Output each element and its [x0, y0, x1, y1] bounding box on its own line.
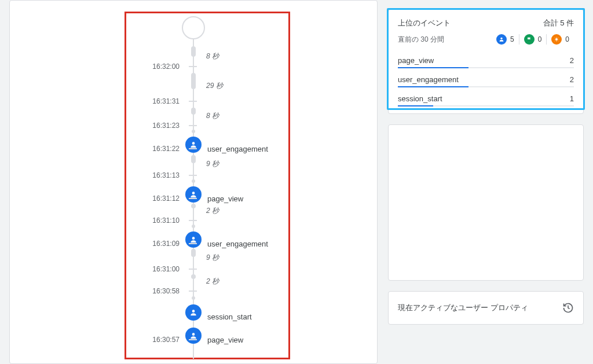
top-events-card: 上位のイベント 合計 5 件 直前の 30 分間 500 page_view2u… [388, 9, 584, 114]
event-type-badge[interactable]: 5 [496, 34, 519, 45]
event-count: 1 [570, 94, 574, 103]
event-name: page_view [398, 56, 434, 65]
timeline-dash [189, 269, 197, 270]
timeline-dash [189, 220, 197, 221]
timeline-gap-bar [191, 155, 196, 163]
event-count: 2 [570, 56, 574, 65]
timeline-dash [189, 148, 197, 149]
timeline-event-label: session_start [207, 312, 252, 321]
timeline-gap-label: 29 秒 [206, 81, 223, 91]
badge-value: 5 [510, 35, 514, 43]
timeline-event-icon[interactable] [185, 304, 202, 321]
timeline-dot [192, 225, 195, 228]
timeline-tick: 16:31:23 [137, 122, 287, 131]
event-timeline: 8 秒16:32:0029 秒16:31:318 秒16:31:23user_e… [137, 16, 287, 358]
timeline-tick: 16:31:22 [137, 145, 287, 154]
timeline-time: 16:30:58 [137, 287, 180, 295]
timeline-gap-bar [191, 274, 196, 279]
event-type-badge[interactable]: 0 [546, 34, 574, 45]
badge-value: 0 [565, 35, 569, 43]
timeline-time: 16:31:31 [137, 97, 180, 105]
timeline-gap-label: 8 秒 [206, 111, 219, 121]
event-type-badges: 500 [496, 34, 574, 45]
top-events-title: 上位のイベント [398, 18, 451, 28]
timeline-start-circle [182, 16, 205, 39]
timeline-tick: 16:30:57 [137, 336, 287, 345]
timeline-time: 16:30:57 [137, 336, 180, 344]
timeline-tick: 16:30:58 [137, 287, 287, 296]
top-events-subtitle: 直前の 30 分間 [398, 35, 444, 45]
event-bar [398, 67, 574, 68]
timeline-time: 16:31:13 [137, 171, 180, 179]
timeline-dash [189, 101, 197, 102]
timeline-tick: 16:31:12 [137, 194, 287, 204]
timeline-gap-bar [191, 46, 196, 57]
event-bar [398, 105, 574, 106]
timeline-time: 16:31:00 [137, 265, 180, 273]
event-row[interactable]: page_view2 [398, 52, 574, 68]
timeline-time: 16:32:00 [137, 62, 180, 71]
event-type-badge[interactable]: 0 [519, 34, 547, 45]
timeline-dash [189, 175, 197, 176]
svg-point-6 [555, 38, 558, 41]
event-bar [398, 86, 574, 87]
user-properties-card: 現在アクティブなユーザー プロパティ [388, 291, 584, 325]
timeline-tick: 16:32:00 [137, 62, 287, 72]
empty-card [388, 124, 584, 281]
event-name: user_engagement [398, 75, 459, 84]
event-row[interactable]: user_engagement2 [398, 71, 574, 87]
timeline-gap-bar [191, 249, 196, 257]
timeline-dash [189, 243, 197, 244]
timeline-time: 16:31:22 [137, 145, 180, 153]
timeline-tick: 16:31:13 [137, 171, 287, 181]
flag-icon [524, 34, 535, 45]
user-icon [496, 34, 507, 45]
timeline-time: 16:31:09 [137, 240, 180, 248]
timeline-gap-bar [191, 204, 196, 208]
timeline-gap-label: 2 秒 [206, 206, 219, 216]
timeline-time: 16:31:12 [137, 194, 180, 203]
timeline-dot [192, 130, 195, 133]
badge-value: 0 [538, 35, 542, 43]
timeline-dash [189, 339, 197, 340]
timeline-tick: 16:31:09 [137, 240, 287, 249]
user-properties-title: 現在アクティブなユーザー プロパティ [398, 303, 528, 313]
timeline-time: 16:31:23 [137, 122, 180, 130]
event-row[interactable]: session_start1 [398, 90, 574, 106]
timeline-dash [189, 198, 197, 199]
timeline-tick: 16:31:00 [137, 265, 287, 274]
timeline-dash [189, 125, 197, 126]
timeline-dot [192, 179, 195, 183]
event-count: 2 [570, 75, 574, 84]
timeline-tick: 16:31:10 [137, 216, 287, 226]
top-events-list: page_view2user_engagement2session_start1 [398, 52, 574, 106]
timeline-gap-label: 8 秒 [206, 52, 219, 61]
timeline-dash [189, 66, 197, 67]
svg-point-3 [192, 310, 195, 312]
event-name: session_start [398, 94, 442, 103]
history-icon[interactable] [562, 302, 574, 314]
timeline-gap-label: 9 秒 [206, 159, 219, 169]
timeline-gap-bar [191, 108, 196, 115]
timeline-gap-label: 2 秒 [206, 277, 219, 286]
bug-icon [551, 34, 562, 45]
timeline-time: 16:31:10 [137, 216, 180, 225]
timeline-gap-label: 9 秒 [206, 253, 219, 263]
timeline-gap-bar [191, 73, 196, 89]
timeline-tick: 16:31:31 [137, 97, 287, 106]
svg-point-5 [500, 38, 502, 39]
timeline-dash [189, 291, 197, 292]
timeline-dot [192, 296, 195, 300]
top-events-total: 合計 5 件 [543, 18, 574, 28]
right-column: 上位のイベント 合計 5 件 直前の 30 分間 500 page_view2u… [388, 9, 584, 335]
